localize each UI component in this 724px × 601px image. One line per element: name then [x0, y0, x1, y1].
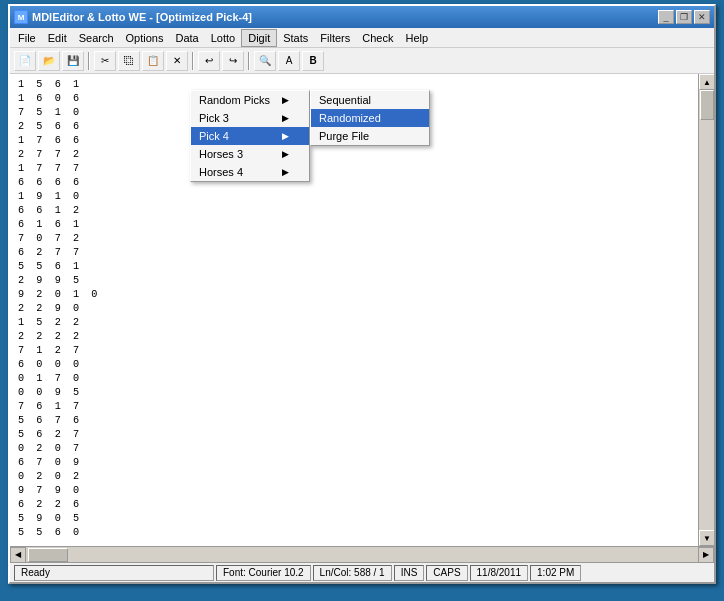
- status-font: Font: Courier 10.2: [216, 565, 311, 581]
- arrow-icon: ▶: [282, 113, 289, 123]
- editor-line: 0 1 7 0: [18, 372, 690, 386]
- menu-sequential[interactable]: Sequential: [311, 91, 429, 109]
- menu-help[interactable]: Help: [399, 30, 434, 46]
- editor-line: 0 0 9 5: [18, 386, 690, 400]
- editor-line: 2 9 9 5: [18, 274, 690, 288]
- close-button[interactable]: ✕: [694, 10, 710, 24]
- scroll-track[interactable]: [699, 90, 714, 530]
- menu-options[interactable]: Options: [120, 30, 170, 46]
- minimize-button[interactable]: _: [658, 10, 674, 24]
- title-bar-left: M MDIEditor & Lotto WE - [Optimized Pick…: [14, 10, 252, 24]
- editor-line: 6 2 7 7: [18, 246, 690, 260]
- title-bar: M MDIEditor & Lotto WE - [Optimized Pick…: [10, 6, 714, 28]
- menu-randomized[interactable]: Randomized: [311, 109, 429, 127]
- toolbar-sep1: [88, 52, 90, 70]
- menu-search[interactable]: Search: [73, 30, 120, 46]
- editor-line: 7 6 1 7: [18, 400, 690, 414]
- editor-line: 6 6 1 2: [18, 204, 690, 218]
- menu-data[interactable]: Data: [169, 30, 204, 46]
- toolbar-paste[interactable]: 📋: [142, 51, 164, 71]
- editor-line: 0 2 0 7: [18, 442, 690, 456]
- status-ready: Ready: [14, 565, 214, 581]
- menu-random-picks[interactable]: Random Picks ▶: [191, 91, 309, 109]
- scrollbar-horizontal[interactable]: ◀ ▶: [10, 547, 714, 562]
- editor-line: 7 0 7 2: [18, 232, 690, 246]
- menu-horses3[interactable]: Horses 3 ▶: [191, 145, 309, 163]
- menu-pick3[interactable]: Pick 3 ▶: [191, 109, 309, 127]
- toolbar-sep2: [192, 52, 194, 70]
- status-position: Ln/Col: 588 / 1: [313, 565, 392, 581]
- editor-line: 5 9 0 5: [18, 512, 690, 526]
- editor-line: 6 6 6 6: [18, 176, 690, 190]
- editor-line: 5 5 6 0: [18, 526, 690, 540]
- scroll-h-thumb[interactable]: [28, 548, 68, 562]
- digit-dropdown-menu: Random Picks ▶ Pick 3 ▶ Pick 4 ▶ Horses …: [190, 90, 310, 182]
- toolbar-a[interactable]: A: [278, 51, 300, 71]
- content-area: 1 5 6 11 6 0 67 5 1 02 5 6 61 7 6 62 7 7…: [10, 74, 714, 546]
- menu-stats[interactable]: Stats: [277, 30, 314, 46]
- scroll-thumb[interactable]: [700, 90, 714, 120]
- scroll-down-button[interactable]: ▼: [699, 530, 714, 546]
- toolbar-b[interactable]: B: [302, 51, 324, 71]
- menu-file[interactable]: File: [12, 30, 42, 46]
- editor-line: 1 5 2 2: [18, 316, 690, 330]
- scroll-right-button[interactable]: ▶: [698, 547, 714, 563]
- editor-line: 5 5 6 1: [18, 260, 690, 274]
- toolbar-redo[interactable]: ↪: [222, 51, 244, 71]
- editor-line: 9 2 0 1 0: [18, 288, 690, 302]
- arrow-icon: ▶: [282, 95, 289, 105]
- toolbar-copy[interactable]: ⿻: [118, 51, 140, 71]
- menu-digit[interactable]: Digit: [241, 29, 277, 47]
- editor-line: 6 2 2 6: [18, 498, 690, 512]
- toolbar: 📄 📂 💾 ✂ ⿻ 📋 ✕ ↩ ↪ 🔍 A B: [10, 48, 714, 74]
- toolbar-open[interactable]: 📂: [38, 51, 60, 71]
- status-time: 1:02 PM: [530, 565, 581, 581]
- editor-line: 0 2 0 2: [18, 470, 690, 484]
- restore-button[interactable]: ❐: [676, 10, 692, 24]
- arrow-icon: ▶: [282, 167, 289, 177]
- title-buttons: _ ❐ ✕: [658, 10, 710, 24]
- window-title: MDIEditor & Lotto WE - [Optimized Pick-4…: [32, 11, 252, 23]
- scroll-left-button[interactable]: ◀: [10, 547, 26, 563]
- app-icon: M: [14, 10, 28, 24]
- editor-line: 7 1 2 7: [18, 344, 690, 358]
- editor-line: 1 7 7 7: [18, 162, 690, 176]
- menu-edit[interactable]: Edit: [42, 30, 73, 46]
- menu-purge-file[interactable]: Purge File: [311, 127, 429, 145]
- scrollbar-vertical[interactable]: ▲ ▼: [698, 74, 714, 546]
- scroll-h-track[interactable]: [26, 547, 698, 562]
- editor-line: 5 6 7 6: [18, 414, 690, 428]
- toolbar-delete[interactable]: ✕: [166, 51, 188, 71]
- status-bar: Ready Font: Courier 10.2 Ln/Col: 588 / 1…: [10, 562, 714, 582]
- editor-line: 2 2 2 2: [18, 330, 690, 344]
- status-caps: CAPS: [426, 565, 467, 581]
- menu-pick4[interactable]: Pick 4 ▶: [191, 127, 309, 145]
- menu-filters[interactable]: Filters: [314, 30, 356, 46]
- editor-line: 2 7 7 2: [18, 148, 690, 162]
- editor-line: 2 2 9 0: [18, 302, 690, 316]
- menu-bar: File Edit Search Options Data Lotto Digi…: [10, 28, 714, 48]
- arrow-icon: ▶: [282, 131, 289, 141]
- menu-horses4[interactable]: Horses 4 ▶: [191, 163, 309, 181]
- toolbar-new[interactable]: 📄: [14, 51, 36, 71]
- pick4-submenu: Sequential Randomized Purge File: [310, 90, 430, 146]
- toolbar-cut[interactable]: ✂: [94, 51, 116, 71]
- editor-line: 6 0 0 0: [18, 358, 690, 372]
- status-ins: INS: [394, 565, 425, 581]
- main-window: M MDIEditor & Lotto WE - [Optimized Pick…: [8, 4, 716, 584]
- arrow-icon: ▶: [282, 149, 289, 159]
- editor-line: 5 6 2 7: [18, 428, 690, 442]
- editor-line: 6 1 6 1: [18, 218, 690, 232]
- scrollbar-horizontal-container: ◀ ▶: [10, 546, 714, 562]
- toolbar-save[interactable]: 💾: [62, 51, 84, 71]
- editor-line: 6 7 0 9: [18, 456, 690, 470]
- menu-lotto[interactable]: Lotto: [205, 30, 241, 46]
- menu-check[interactable]: Check: [356, 30, 399, 46]
- toolbar-sep3: [248, 52, 250, 70]
- scroll-up-button[interactable]: ▲: [699, 74, 714, 90]
- toolbar-find[interactable]: 🔍: [254, 51, 276, 71]
- status-date: 11/8/2011: [470, 565, 529, 581]
- toolbar-undo[interactable]: ↩: [198, 51, 220, 71]
- editor-line: 9 7 9 0: [18, 484, 690, 498]
- editor-line: 1 9 1 0: [18, 190, 690, 204]
